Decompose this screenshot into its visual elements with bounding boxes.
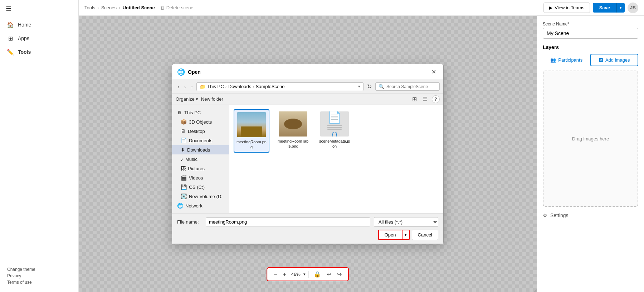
open-button[interactable]: Open — [378, 230, 402, 240]
view-icon-button-2[interactable]: ☰ — [421, 95, 429, 103]
file-item-meeting-table[interactable]: meetingRoomTable.png — [275, 109, 311, 153]
file-item-meeting-room[interactable]: meetingRoom.png — [234, 109, 269, 153]
resize-handle[interactable]: ◢ — [532, 287, 537, 292]
main-area: Tools › Scenes › Untitled Scene 🗑 Delete… — [79, 0, 644, 292]
path-separator-2: › — [253, 84, 254, 89]
save-button[interactable]: Save — [593, 3, 616, 13]
meeting-room-thumb-image — [237, 112, 266, 137]
network-icon: 🌐 — [177, 203, 183, 209]
filetype-select[interactable]: All files (*.*) — [374, 217, 438, 227]
settings-icon: ⚙ — [543, 212, 547, 218]
tree-item-documents[interactable]: 📄 Documents — [172, 136, 229, 145]
dialog-tree-sidebar: 🖥 This PC 📦 3D Objects 🖥 Desktop — [172, 105, 229, 213]
dialog-navbar: ‹ › ↑ 📁 This PC › Downloads › SampleScen… — [172, 80, 443, 94]
tree-item-os-c[interactable]: 💾 OS (C:) — [172, 182, 229, 192]
right-panel: Scene Name* Layers 👥 Participants 🖼 Add … — [537, 16, 644, 292]
breadcrumb: Tools › Scenes › Untitled Scene 🗑 Delete… — [84, 5, 541, 10]
drag-images-label: Drag images here — [572, 136, 609, 142]
dialog-title: Open — [188, 69, 429, 75]
search-input[interactable] — [386, 84, 436, 89]
sidebar-item-apps[interactable]: ⊞ Apps — [0, 32, 78, 45]
topbar: Tools › Scenes › Untitled Scene 🗑 Delete… — [79, 0, 644, 16]
file-name-label: File name: — [177, 219, 202, 225]
tree-item-downloads[interactable]: ⬇ Downloads — [172, 145, 229, 154]
search-icon: 🔍 — [379, 84, 384, 89]
open-button-group: Open ▾ — [378, 230, 410, 240]
view-teams-button[interactable]: ▶ View in Teams — [543, 3, 590, 13]
tree-item-desktop[interactable]: 🖥 Desktop — [172, 126, 229, 136]
avatar[interactable]: JS — [628, 3, 638, 13]
sidebar-item-label: Home — [18, 22, 31, 28]
up-button[interactable]: ↑ — [189, 83, 195, 91]
path-breadcrumb[interactable]: 📁 This PC › Downloads › SampleScene ▾ — [196, 82, 364, 91]
tree-item-pictures[interactable]: 🖼 Pictures — [172, 164, 229, 173]
file-item-scene-metadata[interactable]: 📄 { } sceneMetad — [317, 109, 352, 153]
topbar-right: ▶ View in Teams Save ▾ JS — [543, 3, 638, 13]
tab-participants[interactable]: 👥 Participants — [543, 54, 590, 66]
tree-label: Downloads — [187, 147, 210, 153]
help-button[interactable]: ? — [432, 95, 440, 103]
save-button-group: Save ▾ — [593, 3, 625, 13]
path-folder-icon: 📁 — [200, 84, 206, 90]
desktop-icon: 🖥 — [181, 128, 186, 134]
doc-line-2 — [327, 127, 342, 128]
search-box: 🔍 — [375, 82, 440, 91]
file-thumbnail-scene-metadata: 📄 { } — [320, 111, 349, 137]
tree-item-videos[interactable]: 🎬 Videos — [172, 173, 229, 182]
new-folder-button[interactable]: New folder — [201, 96, 223, 102]
scene-name-input[interactable] — [543, 28, 638, 39]
file-name-meeting-room: meetingRoom.png — [236, 139, 267, 150]
downloads-icon: ⬇ — [181, 147, 185, 153]
file-dialog-overlay: 🌐 Open ✕ ‹ › ↑ 📁 This PC › Download — [79, 16, 537, 292]
dialog-toolbar: Organize ▾ New folder ⊞ ☰ ? — [172, 94, 443, 105]
filename-input[interactable] — [206, 217, 370, 226]
sidebar-item-tools[interactable]: ✏️ Tools — [0, 45, 78, 59]
music-icon: ♪ — [181, 156, 183, 162]
tree-label: Desktop — [188, 129, 205, 134]
path-dropdown-button[interactable]: ▾ — [358, 84, 360, 89]
scene-metadata-thumb-image: 📄 { } — [320, 111, 349, 137]
organize-button[interactable]: Organize ▾ — [176, 96, 198, 102]
layers-title: Layers — [543, 44, 638, 50]
footer-filename-row: File name: All files (*.*) — [177, 217, 438, 227]
view-icon-button-1[interactable]: ⊞ — [411, 95, 418, 103]
file-thumbnail-meeting-table — [279, 111, 307, 137]
open-dropdown-button[interactable]: ▾ — [402, 230, 410, 240]
change-theme-link[interactable]: Change theme — [7, 267, 71, 272]
tab-add-images-label: Add images — [605, 57, 630, 63]
delete-scene-button[interactable]: 🗑 Delete scene — [160, 5, 194, 10]
tree-item-3d-objects[interactable]: 📦 3D Objects — [172, 117, 229, 126]
terms-link[interactable]: Terms of use — [7, 280, 71, 285]
breadcrumb-scenes[interactable]: Scenes — [101, 5, 117, 10]
dialog-files-area: meetingRoom.png meetingRoomTable.png — [229, 105, 443, 213]
settings-row[interactable]: ⚙ Settings — [543, 212, 638, 218]
tree-label: New Volume (D: — [189, 194, 223, 199]
pictures-icon: 🖼 — [181, 166, 186, 171]
tab-add-images[interactable]: 🖼 Add images — [590, 54, 639, 66]
organize-label: Organize — [176, 96, 195, 102]
forward-button[interactable]: › — [182, 83, 188, 91]
tree-item-music[interactable]: ♪ Music — [172, 154, 229, 164]
refresh-button[interactable]: ↻ — [365, 82, 374, 91]
privacy-link[interactable]: Privacy — [7, 273, 71, 278]
breadcrumb-arrow-2: › — [119, 5, 120, 10]
apps-icon: ⊞ — [7, 35, 14, 42]
home-icon: 🏠 — [7, 21, 14, 28]
tree-label: Network — [185, 203, 203, 209]
save-dropdown-button[interactable]: ▾ — [616, 3, 625, 13]
videos-icon: 🎬 — [181, 175, 187, 181]
tree-label: This PC — [184, 110, 201, 115]
dialog-close-button[interactable]: ✕ — [429, 68, 438, 76]
back-button[interactable]: ‹ — [176, 83, 181, 91]
tree-item-this-pc[interactable]: 🖥 This PC — [172, 108, 229, 117]
tree-label: 3D Objects — [189, 119, 212, 125]
sidebar-item-home[interactable]: 🏠 Home — [0, 18, 78, 32]
tree-item-network[interactable]: 🌐 Network — [172, 201, 229, 210]
meeting-table-thumb-image — [279, 111, 307, 137]
cancel-button[interactable]: Cancel — [412, 230, 438, 240]
breadcrumb-tools[interactable]: Tools — [84, 5, 95, 10]
sidebar-footer: Change theme Privacy Terms of use — [0, 261, 78, 292]
scene-name-section: Scene Name* — [543, 21, 638, 39]
hamburger-menu[interactable]: ☰ — [0, 0, 78, 18]
tree-item-new-volume[interactable]: 💽 New Volume (D: — [172, 192, 229, 201]
